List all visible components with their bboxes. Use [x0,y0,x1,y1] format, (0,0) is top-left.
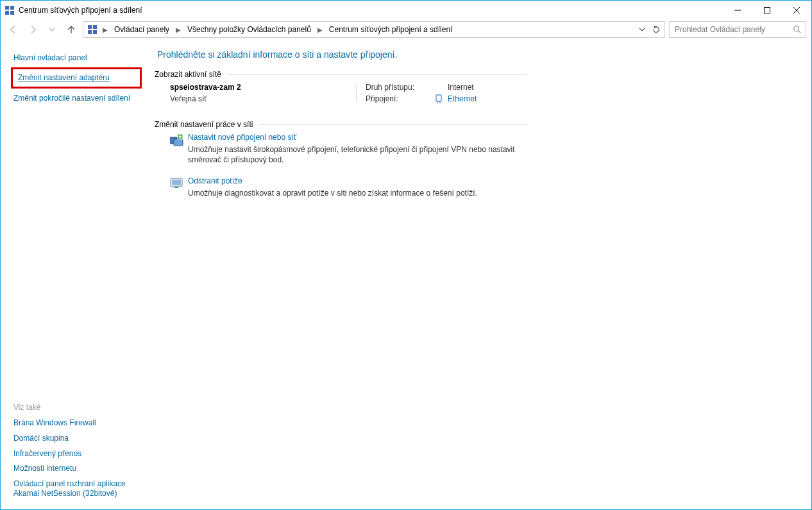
titlebar: Centrum síťových připojení a sdílení [1,1,811,20]
section-header: Zobrazit aktivní sítě [155,70,527,79]
refresh-button[interactable] [649,22,663,37]
svg-rect-6 [436,95,441,101]
window-title: Centrum síťových připojení a sdílení [19,6,142,15]
app-icon [4,5,15,15]
breadcrumb-item[interactable]: Centrum síťových připojení a sdílení [325,22,457,37]
svg-point-4 [794,26,799,31]
task-description: Umožňuje diagnostikovat a opravit potíže… [188,188,477,198]
svg-rect-16 [174,187,178,188]
task-description: Umožňuje nastavit širokopásmové připojen… [188,144,542,165]
sidebar-home-link[interactable]: Hlavní ovládací panel [13,51,142,66]
access-type-label: Druh přístupu: [366,83,430,92]
back-button[interactable] [6,22,21,37]
search-box[interactable] [669,21,806,38]
chevron-right-icon[interactable]: ▶ [100,26,110,33]
ethernet-icon [435,94,443,103]
sidebar: Hlavní ovládací panel Změnit nastavení a… [1,43,148,509]
section-label: Zobrazit aktivní sítě [155,70,228,79]
connection-label: Připojení: [366,94,430,103]
search-icon[interactable] [793,25,802,34]
window: Centrum síťových připojení a sdílení [0,0,812,510]
up-button[interactable] [63,22,79,37]
divider [259,124,527,125]
chevron-right-icon[interactable]: ▶ [315,26,325,33]
task-troubleshoot: Odstranit potíže Umožňuje diagnostikovat… [170,176,542,198]
network-name: spseiostrava-zam 2 [170,83,350,92]
window-controls [723,1,811,20]
breadcrumb-item[interactable]: Ovládací panely [110,22,173,37]
troubleshoot-icon [170,176,188,198]
address-dropdown-button[interactable] [635,22,649,37]
search-input[interactable] [673,24,793,35]
svg-rect-1 [765,8,770,13]
active-network: spseiostrava-zam 2 Veřejná síť Druh přís… [170,83,529,103]
see-also-link[interactable]: Brána Windows Firewall [13,416,142,431]
maximize-button[interactable] [752,1,782,20]
see-also-link[interactable]: Infračervený přenos [13,446,142,462]
recent-locations-button[interactable] [44,22,60,37]
section-header: Změnit nastavení práce v síti [155,120,527,129]
body: Hlavní ovládací panel Změnit nastavení a… [1,43,811,509]
task-new-connection: Nastavit nové připojení nebo síť Umožňuj… [170,133,542,165]
main-content: Prohlédněte si základní informace o síti… [148,43,811,509]
task-link[interactable]: Nastavit nové připojení nebo síť [188,133,542,142]
new-connection-icon [170,133,188,165]
connection-link[interactable]: Ethernet [448,94,477,103]
breadcrumb-item[interactable]: Všechny položky Ovládacích panelů [183,22,315,37]
network-type: Veřejná síť [170,94,350,103]
close-button[interactable] [782,1,811,20]
svg-rect-15 [172,180,181,185]
task-link[interactable]: Odstranit potíže [188,176,477,185]
minimize-button[interactable] [723,1,752,20]
address-bar[interactable]: ▶ Ovládací panely ▶ Všechny položky Ovlá… [83,21,665,38]
see-also-title: Viz také [13,403,142,412]
access-type-value: Internet [448,83,477,92]
see-also: Viz také Brána Windows Firewall Domácí s… [13,403,142,502]
chevron-right-icon[interactable]: ▶ [173,26,183,33]
svg-rect-10 [174,139,183,146]
divider [228,74,527,75]
section-label: Změnit nastavení práce v síti [155,120,259,129]
toolbar: ▶ Ovládací panely ▶ Všechny položky Ovlá… [1,20,811,43]
control-panel-icon [87,24,97,35]
see-also-link[interactable]: Ovládací panel rozhraní aplikace Akamai … [13,477,142,502]
svg-line-5 [799,31,801,33]
forward-button[interactable] [25,22,40,37]
sidebar-advanced-sharing-link[interactable]: Změnit pokročilé nastavení sdílení [13,91,142,106]
see-also-link[interactable]: Domácí skupina [13,431,142,446]
page-heading: Prohlédněte si základní informace o síti… [157,49,792,60]
see-also-link[interactable]: Možnosti internetu [13,461,142,477]
sidebar-change-adapter-link[interactable]: Změnit nastavení adaptéru [11,67,142,89]
